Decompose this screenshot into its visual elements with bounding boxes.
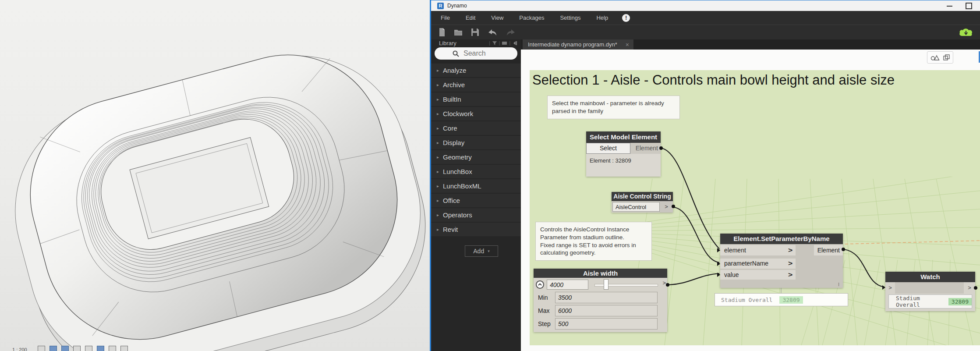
undo-icon[interactable] bbox=[487, 28, 498, 37]
node-element-setparameterbyname[interactable]: Element.SetParameterByName element > par… bbox=[720, 234, 843, 288]
collapse-panel-icon[interactable] bbox=[512, 41, 517, 46]
node-header[interactable]: Aisle width bbox=[534, 269, 667, 278]
sidebar-item-revit[interactable]: ▸Revit bbox=[431, 223, 521, 236]
node-watch[interactable]: Watch > > Stadium Overall 32809 bbox=[885, 272, 975, 311]
node-header[interactable]: Aisle Control String bbox=[612, 192, 673, 201]
node-select-model-element[interactable]: Select Model Element Select Element Elem… bbox=[586, 131, 661, 177]
view-control-icon-3[interactable] bbox=[61, 346, 69, 351]
node-aisle-control-string[interactable]: Aisle Control String > bbox=[612, 192, 673, 213]
element-id-chip: 32809 bbox=[948, 298, 972, 305]
selected-element-value: Element : 32809 bbox=[586, 154, 661, 177]
input-connector[interactable] bbox=[717, 248, 720, 252]
cube-icon[interactable] bbox=[943, 54, 950, 61]
view-mode-toggle bbox=[927, 51, 953, 64]
input-port-value[interactable]: value > bbox=[720, 270, 796, 280]
menu-edit[interactable]: Edit bbox=[458, 11, 483, 25]
sidebar-item-display[interactable]: ▸Display bbox=[431, 136, 521, 149]
node-header[interactable]: Watch bbox=[885, 272, 975, 282]
expand-arrow-icon: ▸ bbox=[437, 213, 443, 217]
sidebar-item-archive[interactable]: ▸Archive bbox=[431, 78, 521, 92]
maximize-button[interactable] bbox=[966, 3, 972, 9]
view-control-icon-8[interactable] bbox=[120, 346, 128, 351]
lacing-indicator[interactable]: I bbox=[838, 282, 839, 287]
sidebar-item-builtin[interactable]: ▸BuiltIn bbox=[431, 92, 521, 106]
menu-help[interactable]: Help bbox=[588, 11, 616, 25]
expand-arrow-icon: ▸ bbox=[437, 140, 443, 145]
wire-string-to-parametername[interactable] bbox=[674, 207, 719, 262]
output-connector-dot[interactable] bbox=[666, 283, 669, 287]
tab-bar: Intermediate dynamo program.dyn* × bbox=[521, 39, 980, 50]
filter-icon[interactable] bbox=[492, 41, 497, 46]
node-header[interactable]: Select Model Element bbox=[586, 131, 661, 143]
revit-app-icon: R bbox=[437, 3, 444, 9]
view-control-icon-6[interactable] bbox=[97, 346, 104, 351]
geometry-shapes-icon[interactable] bbox=[930, 54, 940, 61]
input-connector[interactable] bbox=[717, 262, 720, 266]
sidebar-item-lunchboxml[interactable]: ▸LunchBoxML bbox=[431, 179, 521, 193]
menu-packages[interactable]: Packages bbox=[511, 11, 552, 25]
output-connector-dot[interactable] bbox=[974, 286, 977, 290]
output-port-element[interactable]: Element bbox=[630, 143, 661, 154]
sidebar-item-office[interactable]: ▸Office bbox=[431, 194, 521, 207]
menu-view[interactable]: View bbox=[483, 11, 511, 25]
sidebar-item-core[interactable]: ▸Core bbox=[431, 121, 521, 135]
minimize-button[interactable] bbox=[947, 6, 952, 7]
node-header[interactable]: Element.SetParameterByName bbox=[720, 234, 843, 244]
view-control-icon-7[interactable] bbox=[109, 346, 116, 351]
redo-icon[interactable] bbox=[506, 28, 516, 37]
view-control-icon-1[interactable] bbox=[38, 346, 45, 351]
library-header: Library | | | bbox=[431, 39, 521, 47]
view-control-icon-4[interactable] bbox=[73, 346, 81, 351]
wire-element-to-watch[interactable] bbox=[844, 249, 884, 287]
expand-arrow-icon: ▸ bbox=[437, 227, 443, 232]
revit-3d-viewport[interactable]: 1 : 200 bbox=[0, 0, 430, 351]
new-file-icon[interactable] bbox=[438, 28, 446, 37]
view-control-icon-5[interactable] bbox=[85, 346, 92, 351]
input-connector[interactable] bbox=[717, 273, 720, 277]
search-input[interactable] bbox=[463, 49, 499, 58]
add-package-button[interactable]: Add ▾ bbox=[465, 245, 498, 257]
output-port[interactable]: > bbox=[660, 201, 673, 213]
collapse-slider-button[interactable] bbox=[536, 280, 544, 289]
input-connector[interactable] bbox=[882, 285, 885, 290]
node-aisle-width-slider[interactable]: Aisle width > Min Max bbox=[534, 269, 667, 332]
step-value-input[interactable] bbox=[555, 318, 658, 330]
menu-settings[interactable]: Settings bbox=[552, 11, 588, 25]
notification-icon[interactable]: ! bbox=[622, 14, 630, 22]
tab-intermediate-dynamo-program[interactable]: Intermediate dynamo program.dyn* × bbox=[523, 39, 633, 50]
string-value-input[interactable] bbox=[612, 202, 660, 212]
layout-icon[interactable] bbox=[502, 41, 507, 45]
view-scale-label[interactable]: 1 : 200 bbox=[12, 347, 27, 351]
save-icon[interactable] bbox=[471, 28, 479, 36]
slider-value-input[interactable] bbox=[547, 280, 588, 290]
select-button[interactable]: Select bbox=[586, 143, 630, 154]
input-port-element[interactable]: element > bbox=[720, 245, 796, 255]
close-icon[interactable]: × bbox=[626, 41, 629, 48]
open-file-icon[interactable] bbox=[454, 28, 463, 36]
sidebar-item-clockwork[interactable]: ▸Clockwork bbox=[431, 107, 521, 121]
library-search[interactable] bbox=[435, 47, 517, 60]
sidebar-item-lunchbox[interactable]: ▸LunchBox bbox=[431, 165, 521, 178]
output-port[interactable]: > bbox=[662, 280, 666, 286]
package-download-cloud-icon[interactable] bbox=[958, 27, 974, 38]
sidebar-item-operators[interactable]: ▸Operators bbox=[431, 208, 521, 222]
output-connector-dot[interactable] bbox=[659, 146, 663, 150]
library-list: ▸Analyze ▸Archive ▸BuiltIn ▸Clockwork ▸C… bbox=[431, 64, 521, 237]
output-connector-dot[interactable] bbox=[672, 205, 675, 208]
output-connector-dot[interactable] bbox=[842, 248, 845, 251]
output-port-element[interactable]: Element bbox=[814, 245, 843, 255]
input-port[interactable]: > bbox=[885, 282, 895, 294]
max-value-input[interactable] bbox=[555, 305, 658, 316]
min-label: Min bbox=[538, 294, 548, 301]
view-control-icon-2[interactable] bbox=[50, 346, 57, 351]
min-value-input[interactable] bbox=[555, 292, 658, 303]
sidebar-item-geometry[interactable]: ▸Geometry bbox=[431, 150, 521, 164]
sidebar-item-analyze[interactable]: ▸Analyze bbox=[431, 64, 521, 77]
input-port-parametername[interactable]: parameterName > bbox=[720, 259, 796, 269]
graph-canvas[interactable]: Selection 1 - Aisle - Controls main bowl… bbox=[521, 50, 980, 351]
wire-slider-to-value[interactable] bbox=[669, 273, 719, 285]
title-bar[interactable]: R Dynamo bbox=[431, 0, 980, 11]
element-id-chip: 32809 bbox=[779, 296, 803, 304]
menu-file[interactable]: File bbox=[431, 11, 458, 25]
slider-handle[interactable] bbox=[604, 279, 609, 290]
